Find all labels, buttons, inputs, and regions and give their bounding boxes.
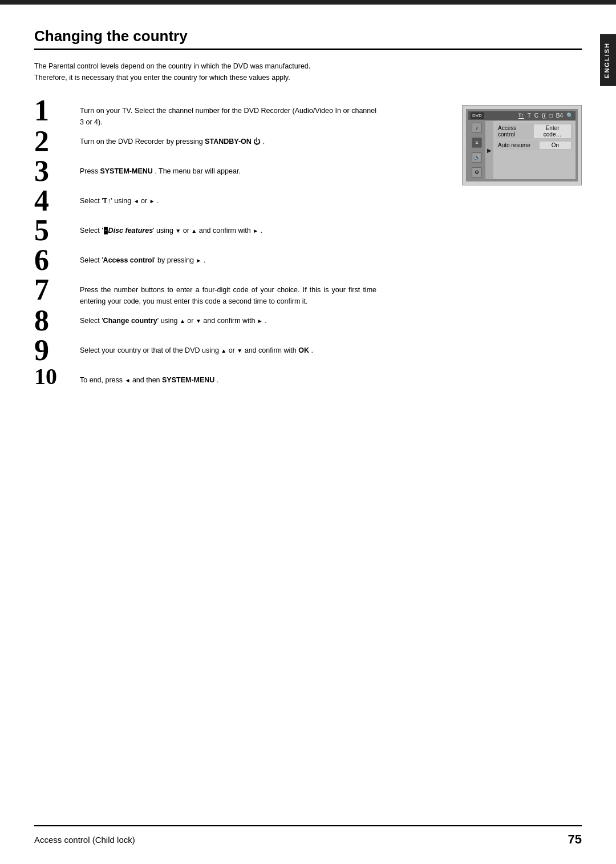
step-content-8: Select 'Change country' using ▲ or ▼ and… xyxy=(80,309,267,326)
step-row: 7 Press the number buttons to enter a fo… xyxy=(34,278,451,307)
screen-icon-speaker: 🔊 xyxy=(472,152,482,163)
step-row: 6 Select 'Access control' by pressing ► … xyxy=(34,249,451,276)
screen-left-col: ♪ ≡ 🔊 ⚙ xyxy=(468,121,485,179)
arrow-right-indicator: ▶ xyxy=(487,147,492,154)
step-number-6: 6 xyxy=(34,245,80,275)
screen-right-col: Access control Enter code… Auto resume O… xyxy=(493,121,576,179)
dvd-label: DVD xyxy=(471,112,484,119)
step-content-3: Press SYSTEM-MENU . The menu bar will ap… xyxy=(80,160,241,177)
step-row: 2 Turn on the DVD Recorder by pressing S… xyxy=(34,130,451,158)
screen-icon-wrench: ⚙ xyxy=(472,167,482,177)
screen-inner: DVD T↑ T C (( □ B4 🔍 xyxy=(466,109,578,181)
icon-b4: B4 xyxy=(556,112,563,119)
screen-top-bar: DVD T↑ T C (( □ B4 🔍 xyxy=(468,111,576,120)
page-title: Changing the country xyxy=(34,27,582,50)
bottom-label: Access control (Child lock) xyxy=(34,835,135,845)
screen-icon-list: ≡ xyxy=(472,138,482,148)
step-row: 8 Select 'Change country' using ▲ or ▼ a… xyxy=(34,309,451,337)
main-content: Changing the country The Parental contro… xyxy=(34,5,582,398)
intro-text: The Parental control levels depend on th… xyxy=(34,60,422,83)
step-number-5: 5 xyxy=(34,216,80,245)
menu-item-label-access: Access control xyxy=(498,125,534,138)
icon-sound: (( xyxy=(542,112,546,119)
screen-icons: T↑ T C (( □ B4 🔍 xyxy=(518,112,573,119)
step-row: 4 Select 'T↑' using ◄ or ► . xyxy=(34,189,451,217)
screen-menu-item-resume: Auto resume On xyxy=(496,140,573,150)
icon-search: 🔍 xyxy=(566,112,573,119)
step-row: 10 To end, press ◄ and then SYSTEM-MENU … xyxy=(34,369,451,396)
bottom-bar: Access control (Child lock) 75 xyxy=(34,808,582,847)
step-row: 5 Select '🁢Disc features' using ▼ or ▲ a… xyxy=(34,219,451,247)
step-number-4: 4 xyxy=(34,186,80,216)
steps-left: 1 Turn on your TV. Select the channel nu… xyxy=(34,99,451,398)
step-content-2: Turn on the DVD Recorder by pressing STA… xyxy=(80,130,265,147)
screen-image: DVD T↑ T C (( □ B4 🔍 xyxy=(462,105,582,185)
step-content-7: Press the number buttons to enter a four… xyxy=(80,278,376,307)
step-number-8: 8 xyxy=(34,306,80,336)
step-content-4: Select 'T↑' using ◄ or ► . xyxy=(80,189,159,207)
screen-menu-item-access: Access control Enter code… xyxy=(496,123,573,139)
page-number: 75 xyxy=(568,832,582,847)
screen-menu-area: ♪ ≡ 🔊 ⚙ ▶ Access control xyxy=(468,121,576,179)
step-number-3: 3 xyxy=(34,156,80,186)
step-number-10: 10 xyxy=(34,365,80,388)
english-tab: ENGLISH xyxy=(600,34,616,86)
bottom-section: Access control (Child lock) 75 xyxy=(34,825,582,847)
step-content-1: Turn on your TV. Select the channel numb… xyxy=(80,99,376,128)
screen-arrow-indicator: ▶ xyxy=(485,121,493,179)
step-row: 1 Turn on your TV. Select the channel nu… xyxy=(34,99,451,128)
icon-t: T xyxy=(528,112,531,119)
steps-with-image: 1 Turn on your TV. Select the channel nu… xyxy=(34,99,582,398)
icon-ta: T↑ xyxy=(518,112,524,119)
menu-item-label-resume: Auto resume xyxy=(498,142,530,148)
top-bar xyxy=(0,0,616,5)
step-content-6: Select 'Access control' by pressing ► . xyxy=(80,249,205,266)
menu-item-value-access: Enter code… xyxy=(534,124,571,138)
step-number-7: 7 xyxy=(34,275,80,305)
steps-section: 1 Turn on your TV. Select the channel nu… xyxy=(34,99,582,398)
step-content-10: To end, press ◄ and then SYSTEM-MENU . xyxy=(80,369,218,386)
screen-icon-music: ♪ xyxy=(472,123,482,133)
step-number-1: 1 xyxy=(34,96,80,126)
menu-item-value-resume: On xyxy=(540,142,571,149)
step-content-5: Select '🁢Disc features' using ▼ or ▲ and… xyxy=(80,219,262,236)
step-content-9: Select your country or that of the DVD u… xyxy=(80,339,313,356)
step-number-2: 2 xyxy=(34,127,80,156)
icon-c: C xyxy=(534,112,538,119)
icon-box: □ xyxy=(549,112,553,119)
step-row: 9 Select your country or that of the DVD… xyxy=(34,339,451,366)
step-row: 3 Press SYSTEM-MENU . The menu bar will … xyxy=(34,160,451,187)
step-number-9: 9 xyxy=(34,336,80,365)
